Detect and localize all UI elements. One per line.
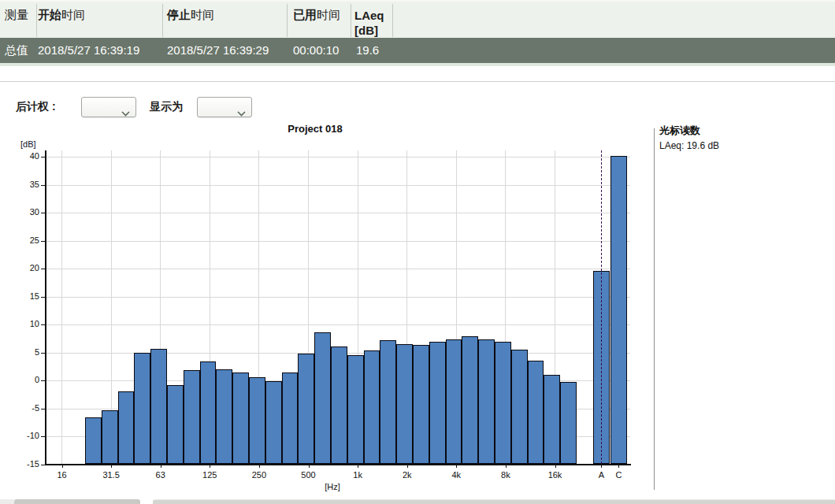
x-tick-label: 250 (242, 470, 276, 480)
y-tick-label: 15 (14, 291, 39, 301)
x-tick (506, 465, 507, 468)
bar-1.25k[interactable] (364, 350, 380, 464)
bar-500[interactable] (298, 354, 314, 464)
bar-25[interactable] (85, 417, 102, 465)
bar-16k[interactable] (544, 375, 560, 464)
bar-800[interactable] (331, 346, 347, 464)
x-tick-label: 500 (291, 470, 326, 480)
bottom-tab-right[interactable] (153, 499, 835, 504)
bar-160[interactable] (216, 369, 232, 464)
bar-31.5[interactable] (102, 410, 118, 464)
bar-80[interactable] (167, 385, 184, 464)
col-header-elapsed-time: 已用时间 (293, 8, 340, 23)
y-tick-label: 30 (14, 207, 39, 217)
col-header-start-time: 开始时间 (38, 8, 85, 23)
post-weighting-select[interactable] (81, 97, 136, 117)
bar-6.3k[interactable] (478, 339, 495, 465)
bottom-strip-corner (0, 499, 14, 504)
cursor-readout-value: LAeq: 19.6 dB (659, 140, 719, 151)
cell-start-time: 2018/5/27 16:39:19 (38, 38, 139, 63)
horizontal-gridline (46, 324, 630, 325)
display-as-label: 显示为 (150, 100, 183, 114)
bar-125[interactable] (200, 361, 217, 465)
bar-C[interactable] (610, 156, 627, 464)
cell-measurement-name: 总值 (5, 38, 28, 63)
column-separator (287, 4, 288, 37)
x-tick (358, 465, 358, 468)
bar-1k[interactable] (347, 355, 364, 465)
y-tick-label: -10 (14, 431, 39, 440)
display-as-select[interactable] (197, 97, 252, 117)
bar-100[interactable] (184, 370, 200, 465)
column-separator (392, 4, 393, 37)
x-tick-label: 8k (488, 470, 523, 480)
x-tick-label: 125 (192, 470, 227, 480)
horizontal-gridline (46, 269, 630, 269)
cursor-readout-title: 光标读数 (659, 124, 700, 138)
column-separator (351, 4, 351, 37)
x-tick-label: 16 (45, 470, 80, 480)
y-tick-label: 0 (14, 375, 39, 384)
y-tick-label: 5 (14, 347, 39, 357)
x-tick-label: 2k (390, 470, 425, 480)
bar-200[interactable] (232, 372, 249, 465)
measurement-table-header: 测量 开始时间 停止时间 已用时间 LAeq[dB] (0, 0, 835, 39)
y-tick-label: 40 (14, 151, 39, 161)
x-tick (259, 465, 260, 468)
horizontal-gridline (46, 157, 630, 158)
panel-divider (654, 128, 655, 490)
bar-63[interactable] (150, 349, 167, 465)
x-tick (407, 465, 408, 468)
bar-10k[interactable] (511, 350, 528, 464)
x-tick (618, 465, 619, 468)
x-axis-line (45, 464, 631, 465)
x-tick (555, 465, 556, 468)
bar-12.5k[interactable] (528, 361, 544, 465)
bar-40[interactable] (118, 391, 135, 465)
app-window: { "table": { "columns": [ {"label": "测量"… (0, 0, 835, 504)
table-row-total[interactable]: 总值 2018/5/27 16:39:19 2018/5/27 16:39:29… (0, 38, 835, 63)
bar-3.15k[interactable] (429, 342, 446, 465)
y-tick-label: -5 (14, 403, 39, 413)
x-tick-label: 1k (340, 470, 375, 480)
cell-elapsed-time: 00:00:10 (293, 38, 339, 63)
bar-20k[interactable] (560, 382, 577, 465)
x-tick (111, 465, 112, 468)
bar-250[interactable] (249, 377, 265, 464)
bar-50[interactable] (134, 353, 150, 465)
x-tick (456, 465, 457, 468)
cell-laeq-value: 19.6 (356, 38, 379, 63)
horizontal-gridline (46, 213, 630, 213)
x-tick-label: 16k (538, 470, 573, 480)
bar-315[interactable] (265, 381, 282, 464)
x-axis-unit-label: [Hz] (317, 482, 348, 491)
chart-title: Project 018 (252, 123, 378, 135)
x-tick-label: A (584, 470, 618, 480)
y-tick-label: -15 (14, 459, 39, 469)
cell-stop-time: 2018/5/27 16:39:29 (167, 38, 269, 63)
x-tick (210, 465, 210, 468)
col-header-stop-time: 停止时间 (167, 8, 214, 23)
bar-8k[interactable] (495, 342, 511, 464)
x-tick-label: 4k (439, 470, 473, 480)
y-axis-line (45, 150, 46, 465)
y-tick-label: 35 (14, 180, 39, 189)
bar-5k[interactable] (462, 336, 478, 464)
bar-630[interactable] (314, 332, 331, 465)
bar-1.6k[interactable] (380, 340, 396, 464)
x-tick (62, 465, 63, 468)
bar-4k[interactable] (446, 339, 462, 465)
horizontal-gridline (46, 297, 630, 298)
spectrum-chart: 4035302520151050-5-10-151631.56312525050… (0, 0, 835, 504)
bottom-tab-left[interactable] (14, 499, 140, 504)
column-separator (36, 4, 37, 37)
chevron-down-icon (121, 106, 130, 120)
chart-cursor-line[interactable] (601, 150, 602, 464)
x-tick-label: C (601, 470, 636, 480)
bar-400[interactable] (282, 372, 299, 464)
bar-2k[interactable] (396, 344, 413, 465)
x-tick (309, 465, 310, 468)
x-tick-label: 63 (143, 470, 178, 480)
y-tick-label: 20 (14, 263, 39, 272)
bar-2.5k[interactable] (413, 345, 429, 465)
